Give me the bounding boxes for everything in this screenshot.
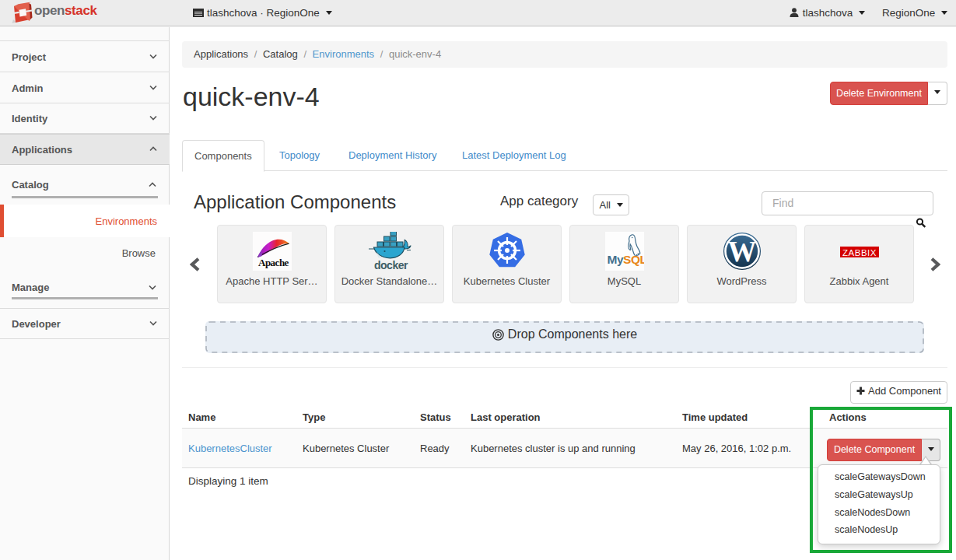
svg-text:Apache: Apache [258, 257, 289, 268]
svg-text:openstack: openstack [34, 3, 97, 18]
svg-text:W: W [727, 236, 756, 268]
svg-text:ZABBIX: ZABBIX [842, 248, 877, 257]
svg-text:MySQL..: MySQL.. [607, 253, 644, 266]
svg-text:docker: docker [374, 259, 408, 271]
